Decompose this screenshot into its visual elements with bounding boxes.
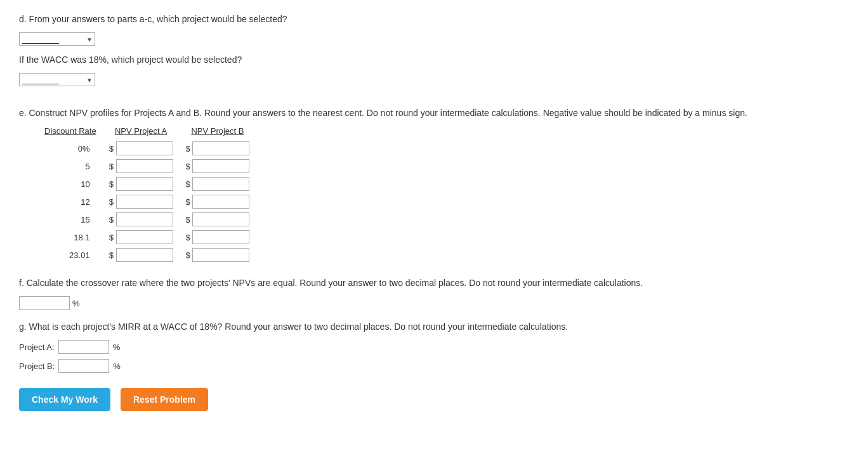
npv-a-cell: $	[109, 246, 186, 264]
section-d: d. From your answers to parts a-c, which…	[19, 13, 849, 94]
dollar-sign-a: $	[109, 162, 114, 171]
npv-a-input-5[interactable]	[116, 230, 173, 244]
crossover-input-row: %	[19, 296, 849, 310]
dollar-sign-b: $	[186, 179, 190, 189]
mirr-project-b-row: Project B: %	[19, 359, 849, 373]
select-d1-wrapper[interactable]: ________ Project A Project B ▼	[19, 32, 95, 46]
npv-b-input-4[interactable]	[192, 212, 249, 226]
project-select-d1[interactable]: ________ Project A Project B	[19, 32, 95, 46]
question-d2: If the WACC was 18%, which project would…	[19, 53, 849, 67]
dollar-sign-a: $	[109, 215, 114, 224]
mirr-project-b-input[interactable]	[58, 359, 109, 373]
npv-b-cell: $	[186, 175, 263, 193]
npv-a-input-6[interactable]	[116, 248, 173, 262]
dollar-sign-b: $	[186, 251, 190, 260]
rate-cell: 18.1	[44, 228, 109, 246]
col-discount-rate: Discount Rate	[44, 126, 109, 140]
question-e: e. Construct NPV profiles for Projects A…	[19, 107, 849, 120]
dollar-sign-b: $	[186, 144, 190, 153]
table-row: 5$ $	[44, 157, 262, 175]
table-row: 23.01$ $	[44, 246, 262, 264]
button-row: Check My Work Reset Problem	[19, 388, 849, 411]
dollar-sign-a: $	[109, 144, 114, 153]
rate-cell: 5	[44, 157, 109, 175]
npv-a-input-0[interactable]	[116, 141, 173, 155]
dollar-sign-b: $	[186, 162, 190, 171]
project-select-d2[interactable]: ________ Project A Project B	[19, 73, 95, 86]
crossover-percent-label: %	[72, 299, 80, 308]
npv-a-cell: $	[109, 193, 186, 211]
npv-b-input-5[interactable]	[192, 230, 249, 244]
npv-table: Discount Rate NPV Project A NPV Project …	[44, 126, 262, 264]
section-e: e. Construct NPV profiles for Projects A…	[19, 107, 849, 264]
dollar-sign-b: $	[186, 197, 190, 207]
npv-a-input-3[interactable]	[116, 195, 173, 209]
npv-b-cell: $	[186, 193, 263, 211]
mirr-project-a-label: Project A:	[19, 342, 55, 352]
npv-b-input-1[interactable]	[192, 159, 249, 173]
dollar-sign-a: $	[109, 233, 114, 242]
mirr-project-b-label: Project B:	[19, 361, 55, 371]
npv-a-cell: $	[109, 140, 186, 157]
npv-b-input-2[interactable]	[192, 177, 249, 191]
npv-b-cell: $	[186, 211, 263, 228]
mirr-percent-a: %	[113, 342, 121, 352]
table-row: 0%$ $	[44, 140, 262, 157]
rate-cell: 0%	[44, 140, 109, 157]
npv-b-cell: $	[186, 157, 263, 175]
dollar-sign-a: $	[109, 251, 114, 260]
question-d1: d. From your answers to parts a-c, which…	[19, 13, 849, 26]
check-work-button[interactable]: Check My Work	[19, 388, 110, 411]
npv-a-cell: $	[109, 157, 186, 175]
npv-b-input-0[interactable]	[192, 141, 249, 155]
table-row: 18.1$ $	[44, 228, 262, 246]
dollar-sign-b: $	[186, 215, 190, 224]
npv-b-cell: $	[186, 140, 263, 157]
col-npv-a: NPV Project A	[109, 126, 186, 140]
crossover-rate-input[interactable]	[19, 296, 70, 310]
question-f: f. Calculate the crossover rate where th…	[19, 277, 849, 290]
npv-a-input-1[interactable]	[116, 159, 173, 173]
rate-cell: 23.01	[44, 246, 109, 264]
mirr-project-a-row: Project A: %	[19, 340, 849, 354]
question-g: g. What is each project's MIRR at a WACC…	[19, 320, 849, 334]
table-row: 15$ $	[44, 211, 262, 228]
npv-b-cell: $	[186, 246, 263, 264]
col-npv-b: NPV Project B	[186, 126, 263, 140]
npv-b-cell: $	[186, 228, 263, 246]
dollar-sign-a: $	[109, 179, 114, 189]
npv-a-input-2[interactable]	[116, 177, 173, 191]
npv-a-cell: $	[109, 175, 186, 193]
reset-problem-button[interactable]: Reset Problem	[121, 388, 208, 411]
section-f: f. Calculate the crossover rate where th…	[19, 277, 849, 310]
select-d2-wrapper[interactable]: ________ Project A Project B ▼	[19, 73, 95, 86]
rate-cell: 12	[44, 193, 109, 211]
npv-a-input-4[interactable]	[116, 212, 173, 226]
mirr-project-a-input[interactable]	[58, 340, 109, 354]
dollar-sign-b: $	[186, 233, 190, 242]
npv-b-input-3[interactable]	[192, 195, 249, 209]
npv-a-cell: $	[109, 211, 186, 228]
npv-a-cell: $	[109, 228, 186, 246]
npv-b-input-6[interactable]	[192, 248, 249, 262]
rate-cell: 15	[44, 211, 109, 228]
table-row: 10$ $	[44, 175, 262, 193]
section-g: g. What is each project's MIRR at a WACC…	[19, 320, 849, 373]
mirr-percent-b: %	[113, 361, 121, 371]
table-row: 12$ $	[44, 193, 262, 211]
dollar-sign-a: $	[109, 197, 114, 207]
rate-cell: 10	[44, 175, 109, 193]
